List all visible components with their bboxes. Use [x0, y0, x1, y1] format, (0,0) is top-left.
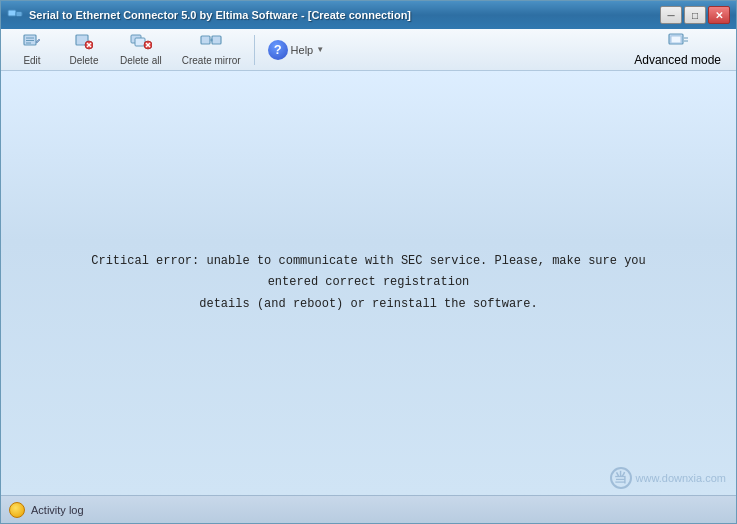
delete-all-icon: [130, 34, 152, 53]
delete-icon: [75, 34, 93, 53]
svg-rect-0: [8, 10, 16, 16]
create-mirror-button[interactable]: Create mirror: [173, 29, 250, 71]
delete-label: Delete: [70, 55, 99, 66]
toolbar-separator-1: [254, 35, 255, 65]
chevron-down-icon: ▼: [316, 45, 324, 54]
window-controls: ─ □ ✕: [660, 6, 730, 24]
delete-all-button[interactable]: Delete all: [111, 29, 171, 71]
status-icon: [9, 502, 25, 518]
window-title: Serial to Ethernet Connector 5.0 by Elti…: [29, 9, 411, 21]
svg-rect-16: [201, 36, 210, 44]
advanced-mode-icon: [667, 32, 689, 51]
title-bar: Serial to Ethernet Connector 5.0 by Elti…: [1, 1, 736, 29]
create-mirror-icon: [200, 34, 222, 53]
minimize-button[interactable]: ─: [660, 6, 682, 24]
status-bar: Activity log: [1, 495, 736, 523]
svg-rect-12: [135, 38, 145, 46]
error-line-2: details (and reboot) or reinstall the so…: [199, 297, 537, 311]
watermark-text: www.downxia.com: [636, 472, 726, 484]
toolbar: Edit Delete: [1, 29, 736, 71]
create-mirror-label: Create mirror: [182, 55, 241, 66]
close-button[interactable]: ✕: [708, 6, 730, 24]
main-window: Serial to Ethernet Connector 5.0 by Elti…: [0, 0, 737, 524]
help-button[interactable]: ? Help ▼: [259, 35, 334, 65]
activity-log-label[interactable]: Activity log: [31, 504, 84, 516]
error-line-1: Critical error: unable to communicate wi…: [91, 254, 646, 290]
delete-button[interactable]: Delete: [59, 29, 109, 71]
watermark: 当 www.downxia.com: [610, 467, 726, 489]
advanced-mode-button[interactable]: Advanced mode: [625, 27, 730, 72]
edit-button[interactable]: Edit: [7, 29, 57, 71]
advanced-mode-label: Advanced mode: [634, 53, 721, 67]
main-content-area: Critical error: unable to communicate wi…: [1, 71, 736, 495]
svg-rect-21: [671, 36, 681, 43]
app-icon: [7, 7, 23, 23]
watermark-icon: 当: [610, 467, 632, 489]
help-label: Help: [291, 44, 314, 56]
delete-all-label: Delete all: [120, 55, 162, 66]
title-bar-left: Serial to Ethernet Connector 5.0 by Elti…: [7, 7, 411, 23]
edit-label: Edit: [23, 55, 40, 66]
help-icon: ?: [268, 40, 288, 60]
maximize-button[interactable]: □: [684, 6, 706, 24]
svg-rect-17: [212, 36, 221, 44]
error-message: Critical error: unable to communicate wi…: [69, 251, 669, 316]
edit-icon: [23, 34, 41, 53]
